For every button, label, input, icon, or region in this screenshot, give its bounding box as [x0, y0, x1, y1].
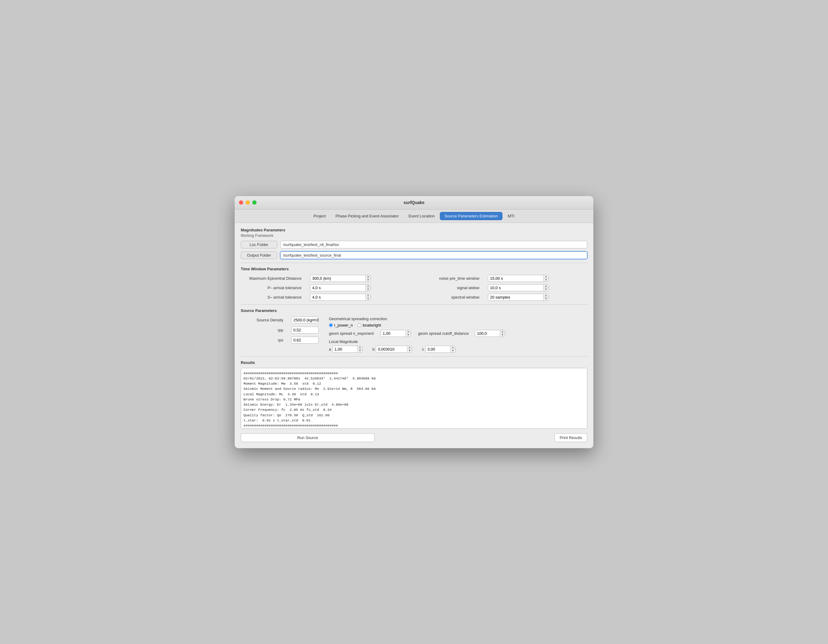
geom-spread-n-down[interactable]: ▼: [406, 333, 411, 336]
radio-r-power-item[interactable]: r_power_n: [329, 323, 353, 327]
s-arrival-spinner-btns: ▲ ▼: [365, 294, 370, 300]
s-arrival-up[interactable]: ▲: [366, 294, 370, 297]
p-arrival-spinner-btns: ▲ ▼: [365, 284, 370, 291]
source-density-spinner[interactable]: ▲ ▼: [291, 317, 318, 324]
tab-event-location[interactable]: Event Location: [404, 212, 439, 220]
radio-boatwright-label: boatwright: [363, 323, 381, 327]
signal-window-row: signal widow ▲ ▼: [419, 284, 587, 291]
s-arrival-row: S– arrival tolerance ▲ ▼: [241, 294, 409, 301]
lm-c-up[interactable]: ▲: [450, 346, 455, 349]
s-arrival-spinner[interactable]: ▲ ▼: [310, 294, 371, 301]
geom-correction-title: Geometrical spreading correction: [329, 317, 587, 321]
max-epicentral-label: Maximum Epicentral Distance: [241, 276, 301, 281]
time-window-right: noise pre_time window ▲ ▼ signal widow: [419, 275, 587, 301]
signal-window-spinner-btns: ▲ ▼: [543, 284, 548, 291]
tab-mti[interactable]: MTI: [503, 212, 519, 220]
lm-b-input[interactable]: [376, 346, 407, 352]
run-source-button[interactable]: Run Source: [241, 433, 375, 442]
tab-phase-picking[interactable]: Phase Picking and Event Associator: [331, 212, 403, 220]
noise-pre-spinner[interactable]: ▲ ▼: [488, 275, 549, 282]
max-epicentral-input[interactable]: [310, 275, 365, 281]
max-epicentral-spinner[interactable]: ▲ ▼: [310, 275, 371, 282]
spectral-window-up[interactable]: ▲: [544, 294, 548, 297]
source-params-left: Source Density ▲ ▼ rpp: [241, 317, 326, 353]
time-window-title: Time Window Parameters: [241, 267, 587, 271]
spectral-window-down[interactable]: ▼: [544, 297, 548, 300]
max-epicentral-up[interactable]: ▲: [366, 275, 370, 278]
geom-spread-cutoff-up[interactable]: ▲: [500, 330, 505, 333]
signal-window-spinner[interactable]: ▲ ▼: [488, 284, 549, 291]
rpp-input[interactable]: [292, 327, 318, 333]
local-mag-title: Local Magnitude: [329, 339, 587, 344]
p-arrival-up[interactable]: ▲: [366, 284, 370, 288]
signal-window-input[interactable]: [488, 284, 543, 291]
noise-pre-down[interactable]: ▼: [544, 278, 548, 281]
spectral-window-spinner[interactable]: ▲ ▼: [488, 294, 549, 301]
source-params-right: Geometrical spreading correction r_power…: [329, 317, 587, 353]
lm-c-input[interactable]: [425, 346, 450, 352]
results-textarea[interactable]: [241, 368, 587, 429]
output-folder-input[interactable]: [280, 251, 587, 259]
geom-spread-cutoff-down[interactable]: ▼: [500, 333, 505, 336]
geom-spread-cutoff-spinner[interactable]: ▲ ▼: [475, 330, 505, 337]
geom-spread-n-up[interactable]: ▲: [406, 330, 411, 333]
close-button[interactable]: [239, 200, 243, 205]
tab-project[interactable]: Project: [309, 212, 330, 220]
lm-a-spinner[interactable]: ▲ ▼: [332, 346, 363, 353]
lm-c-spinner[interactable]: ▲ ▼: [425, 346, 456, 353]
minimize-button[interactable]: [246, 200, 250, 205]
lm-a-field: a ▲ ▼: [329, 346, 363, 353]
lm-c-down[interactable]: ▼: [450, 349, 455, 352]
rps-input[interactable]: [292, 337, 318, 343]
output-folder-button[interactable]: Output Folder: [241, 251, 277, 259]
lm-b-down[interactable]: ▼: [407, 349, 412, 352]
maximize-button[interactable]: [252, 200, 257, 205]
main-content: Magnitudes Parameters Working Framework …: [235, 223, 593, 448]
rps-spinner[interactable]: ▲ ▼: [291, 336, 318, 344]
s-arrival-input[interactable]: [310, 294, 365, 300]
p-arrival-input[interactable]: [310, 284, 365, 291]
geom-spread-cutoff-spinner-btns: ▲ ▼: [500, 330, 505, 336]
lm-a-input[interactable]: [332, 346, 357, 352]
rpp-spinner[interactable]: ▲ ▼: [291, 327, 318, 333]
print-results-button[interactable]: Print Results: [554, 433, 587, 442]
lm-a-spinner-btns: ▲ ▼: [357, 346, 362, 352]
noise-pre-up[interactable]: ▲: [544, 275, 548, 278]
local-mag-section: Local Magnitude a ▲ ▼: [329, 339, 587, 353]
lm-b-up[interactable]: ▲: [407, 346, 412, 349]
spectral-window-row: spectral window ▲ ▼: [419, 294, 587, 301]
geom-spread-n-spinner[interactable]: ▲ ▼: [381, 330, 411, 337]
signal-window-up[interactable]: ▲: [544, 284, 548, 288]
p-arrival-label: P– arrival tolerance: [241, 286, 301, 290]
spectral-window-spinner-btns: ▲ ▼: [543, 294, 548, 300]
source-density-input[interactable]: [292, 317, 318, 323]
p-arrival-spinner[interactable]: ▲ ▼: [310, 284, 371, 291]
lm-a-down[interactable]: ▼: [358, 349, 362, 352]
geom-spread-cutoff-input[interactable]: [475, 330, 500, 336]
lm-b-spinner-btns: ▲ ▼: [407, 346, 412, 352]
lm-a-up[interactable]: ▲: [358, 346, 362, 349]
p-arrival-down[interactable]: ▼: [366, 288, 370, 291]
radio-boatwright-item[interactable]: boatwright: [358, 323, 381, 327]
lm-b-field: b ▲ ▼: [372, 346, 412, 353]
max-epicentral-down[interactable]: ▼: [366, 278, 370, 281]
geom-spread-n-input[interactable]: [381, 330, 406, 336]
tab-source-params[interactable]: Source Parameters Estimation: [440, 212, 502, 220]
signal-window-down[interactable]: ▼: [544, 288, 548, 291]
max-epicentral-spinner-btns: ▲ ▼: [365, 275, 370, 281]
loc-folder-button[interactable]: Loc Folder: [241, 241, 277, 248]
magnitudes-params-title: Magnitudes Parameters: [241, 228, 587, 232]
spectral-window-input[interactable]: [488, 294, 543, 300]
loc-folder-input[interactable]: [280, 241, 587, 248]
radio-r-power[interactable]: [329, 323, 333, 327]
results-title: Results: [241, 360, 587, 365]
s-arrival-down[interactable]: ▼: [366, 297, 370, 300]
noise-pre-input[interactable]: [488, 275, 543, 281]
tabs-bar: Project Phase Picking and Event Associat…: [235, 209, 593, 223]
max-epicentral-row: Maximum Epicentral Distance ▲ ▼: [241, 275, 409, 282]
s-arrival-label: S– arrival tolerance: [241, 295, 301, 300]
window-title: surfQuake: [403, 200, 424, 205]
lm-b-spinner[interactable]: ▲ ▼: [376, 346, 412, 353]
radio-boatwright[interactable]: [358, 323, 361, 327]
loc-folder-row: Loc Folder: [241, 241, 587, 248]
